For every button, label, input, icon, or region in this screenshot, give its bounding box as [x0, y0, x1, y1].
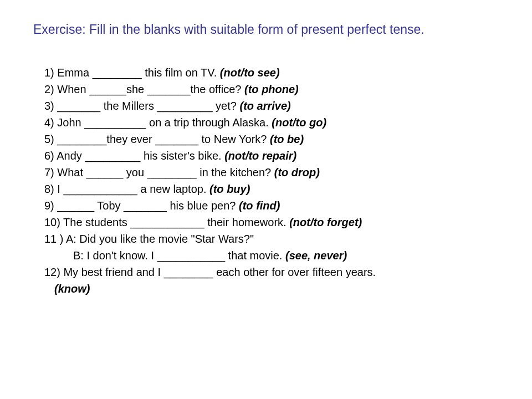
- question-8: 8) I ____________ a new laptop. (to buy): [44, 181, 504, 197]
- question-9: 9) ______ Toby _______ his blue pen? (to…: [44, 198, 504, 213]
- question-hint: (not/to see): [220, 66, 280, 79]
- question-text: 5) ________they ever _______ to New York…: [44, 133, 270, 145]
- question-hint: (to buy): [209, 183, 250, 195]
- question-11b: B: I don't know. I ___________ that movi…: [73, 248, 504, 263]
- question-4: 4) John __________ on a trip through Ala…: [44, 115, 504, 130]
- question-1: 1) Emma ________ this film on TV. (not/t…: [44, 65, 504, 80]
- question-text: B: I don't know. I ___________ that movi…: [73, 249, 285, 262]
- question-text: 3) _______ the Millers _________ yet?: [44, 100, 239, 112]
- question-6: 6) Andy _________ his sister's bike. (no…: [44, 148, 504, 163]
- question-hint: (to be): [270, 133, 304, 145]
- question-12-hint: (know): [54, 281, 504, 296]
- question-hint: (to drop): [274, 166, 320, 178]
- question-text: 11 ) A: Did you like the movie "Star War…: [44, 233, 254, 245]
- question-12: 12) My best friend and I ________ each o…: [44, 264, 504, 280]
- question-hint: (not/to go): [272, 116, 326, 129]
- question-text: 4) John __________ on a trip through Ala…: [44, 116, 272, 129]
- question-10: 10) The students ____________ their home…: [44, 214, 504, 230]
- question-hint: (not/to repair): [224, 150, 296, 162]
- question-7: 7) What ______ you ________ in the kitch…: [44, 165, 504, 180]
- question-text: 8) I ____________ a new laptop.: [44, 183, 209, 195]
- exercise-body: 1) Emma ________ this film on TV. (not/t…: [44, 65, 504, 296]
- question-hint: (to phone): [244, 83, 299, 95]
- question-text: 1) Emma ________ this film on TV.: [44, 66, 220, 79]
- question-text: 9) ______ Toby _______ his blue pen?: [44, 200, 239, 212]
- question-5: 5) ________they ever _______ to New York…: [44, 131, 504, 147]
- question-text: 10) The students ____________ their home…: [44, 216, 289, 228]
- exercise-title: Exercise: Fill in the blanks with suitab…: [33, 22, 504, 37]
- question-hint: (not/to forget): [289, 216, 362, 228]
- question-hint: (to find): [239, 200, 280, 212]
- question-2: 2) When ______she _______the office? (to…: [44, 81, 504, 97]
- question-text: 12) My best friend and I ________ each o…: [44, 266, 376, 278]
- question-hint: (to arrive): [239, 100, 290, 112]
- question-text: 6) Andy _________ his sister's bike.: [44, 150, 224, 162]
- question-hint: (see, never): [285, 249, 347, 262]
- question-text: 7) What ______ you ________ in the kitch…: [44, 166, 274, 178]
- question-11a: 11 ) A: Did you like the movie "Star War…: [44, 231, 504, 247]
- question-3: 3) _______ the Millers _________ yet? (t…: [44, 98, 504, 114]
- question-text: 2) When ______she _______the office?: [44, 83, 244, 95]
